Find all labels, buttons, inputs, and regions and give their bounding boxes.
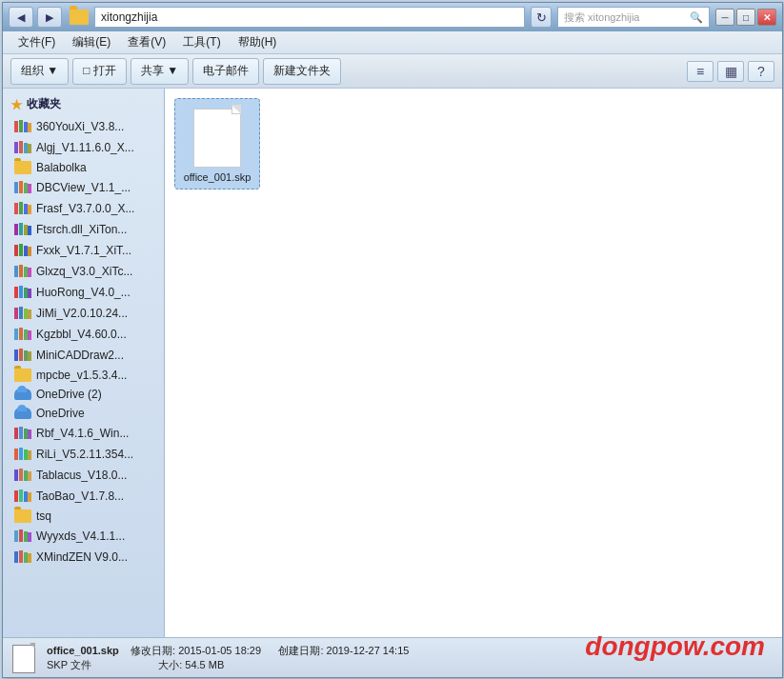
- app-icon: [14, 140, 31, 155]
- menu-tools[interactable]: 工具(T): [175, 32, 228, 52]
- sidebar-item-xmindzen[interactable]: XMindZEN V9.0...: [3, 547, 164, 568]
- sidebar-item-kgzbbl[interactable]: Kgzbbl_V4.60.0...: [3, 324, 164, 345]
- svg-rect-64: [14, 551, 18, 563]
- svg-rect-0: [14, 121, 18, 132]
- sidebar-item-fxxk[interactable]: Fxxk_V1.7.1_XiT...: [3, 240, 164, 261]
- svg-rect-27: [28, 268, 31, 277]
- svg-rect-22: [24, 246, 28, 256]
- svg-rect-51: [28, 450, 31, 460]
- app-icon: [14, 306, 31, 321]
- sidebar-item-huorong[interactable]: HuoRong_V4.0_...: [3, 282, 164, 303]
- app-icon: [14, 489, 31, 504]
- svg-rect-48: [14, 449, 18, 460]
- svg-rect-21: [19, 244, 23, 256]
- sidebar-item-onedrive2[interactable]: OneDrive (2): [3, 385, 164, 404]
- sidebar-item-minicad[interactable]: MiniCADDraw2...: [3, 345, 164, 366]
- svg-rect-2: [24, 122, 28, 132]
- sidebar-item-glxzq[interactable]: Glxzq_V3.0_XiTc...: [3, 261, 164, 282]
- folder-icon: [14, 369, 31, 382]
- app-icon: [14, 348, 31, 363]
- sidebar-item-jimi[interactable]: JiMi_V2.0.10.24...: [3, 303, 164, 324]
- maximize-button[interactable]: □: [736, 9, 755, 26]
- back-button[interactable]: ◀: [9, 7, 33, 28]
- svg-rect-63: [28, 532, 31, 542]
- sidebar-item-label: MiniCADDraw2...: [36, 349, 124, 362]
- app-icon: [14, 180, 31, 195]
- sidebar-item-frasf[interactable]: Frasf_V3.7.0.0_X...: [3, 198, 164, 219]
- sidebar: ★ 收藏夹 360YouXi_V3.8... Algj_V1.11.6.0_X.…: [3, 89, 165, 637]
- sidebar-item-label: Glxzq_V3.0_XiTc...: [36, 265, 132, 278]
- sidebar-item-taobao[interactable]: TaoBao_V1.7.8...: [3, 486, 164, 507]
- svg-rect-5: [19, 141, 23, 153]
- email-button[interactable]: 电子邮件: [192, 58, 259, 85]
- menu-file[interactable]: 文件(F): [10, 32, 63, 52]
- sidebar-item-dbcview[interactable]: DBCView_V1.1_...: [3, 177, 164, 198]
- menu-edit[interactable]: 编辑(E): [65, 32, 118, 52]
- view-toggle-button[interactable]: ≡: [687, 61, 714, 82]
- sidebar-item-rili[interactable]: RiLi_V5.2.11.354...: [3, 444, 164, 465]
- organize-button[interactable]: 组织 ▼: [10, 58, 69, 85]
- svg-rect-50: [24, 449, 28, 460]
- sidebar-item-mpcbe[interactable]: mpcbe_v1.5.3.4...: [3, 366, 164, 385]
- svg-rect-58: [24, 491, 28, 502]
- toolbar: 组织 ▼ □ 打开 共享 ▼ 电子邮件 新建文件夹 ≡ ▦ ?: [3, 54, 782, 89]
- help-button[interactable]: ?: [748, 61, 774, 82]
- sidebar-item-rbf[interactable]: Rbf_V4.1.6_Win...: [3, 423, 164, 444]
- svg-rect-62: [24, 531, 28, 542]
- minimize-button[interactable]: ─: [715, 9, 734, 26]
- sidebar-item-label: RiLi_V5.2.11.354...: [36, 448, 133, 461]
- nav-controls: ◀ ▶: [9, 7, 62, 28]
- sidebar-item-wyyxds[interactable]: Wyyxds_V4.1.1...: [3, 526, 164, 547]
- svg-rect-7: [28, 144, 31, 153]
- open-button[interactable]: □ 打开: [72, 58, 127, 85]
- svg-rect-55: [28, 471, 31, 481]
- sidebar-item-onedrive[interactable]: OneDrive: [3, 404, 164, 423]
- file-item-office001skp[interactable]: office_001.skp: [174, 98, 260, 190]
- window: ◀ ▶ xitongzhijia ↻ 搜索 xitongzhijia 🔍 ─ □…: [2, 2, 783, 678]
- app-icon: [14, 285, 31, 300]
- sidebar-item-label: Algj_V1.11.6.0_X...: [36, 141, 134, 154]
- app-icon: [14, 243, 31, 258]
- menu-help[interactable]: 帮助(H): [231, 32, 285, 52]
- refresh-button[interactable]: ↻: [531, 7, 552, 28]
- status-modified-label: 修改日期:: [131, 645, 175, 656]
- svg-rect-46: [24, 429, 28, 439]
- close-button[interactable]: ✕: [757, 9, 776, 26]
- status-fold: [30, 643, 35, 649]
- search-bar[interactable]: 搜索 xitongzhijia 🔍: [557, 7, 710, 28]
- status-file-icon: [10, 643, 37, 673]
- svg-rect-54: [24, 470, 28, 481]
- sidebar-item-tablacus[interactable]: Tablacus_V18.0...: [3, 465, 164, 486]
- sidebar-item-label: Wyyxds_V4.1.1...: [36, 529, 125, 543]
- address-bar[interactable]: xitongzhijia: [94, 7, 525, 28]
- sidebar-item-360youxi[interactable]: 360YouXi_V3.8...: [3, 116, 164, 137]
- share-button[interactable]: 共享 ▼: [131, 58, 189, 85]
- status-created-label: 创建日期:: [278, 645, 323, 656]
- new-folder-button[interactable]: 新建文件夹: [263, 58, 341, 85]
- svg-rect-19: [28, 226, 31, 235]
- file-area[interactable]: office_001.skp: [165, 89, 782, 637]
- window-controls: ─ □ ✕: [715, 9, 776, 26]
- app-icon: [14, 119, 31, 134]
- app-icon: [14, 201, 31, 216]
- file-label: office_001.skp: [184, 171, 251, 183]
- svg-rect-25: [19, 265, 23, 277]
- folder-icon: [70, 10, 89, 25]
- sidebar-item-tsq[interactable]: tsq: [3, 507, 164, 526]
- sidebar-item-ftsrch[interactable]: Ftsrch.dll_XiTon...: [3, 219, 164, 240]
- svg-rect-34: [24, 309, 28, 319]
- svg-rect-11: [28, 184, 31, 193]
- forward-button[interactable]: ▶: [37, 7, 62, 28]
- svg-rect-8: [14, 182, 18, 193]
- svg-rect-10: [24, 183, 28, 193]
- status-size: 54.5 MB: [185, 659, 224, 670]
- svg-rect-42: [24, 350, 28, 361]
- svg-rect-45: [19, 427, 23, 439]
- title-bar: ◀ ▶ xitongzhijia ↻ 搜索 xitongzhijia 🔍 ─ □…: [3, 3, 782, 31]
- svg-rect-28: [14, 287, 18, 298]
- svg-rect-39: [28, 330, 31, 340]
- view-grid-button[interactable]: ▦: [717, 61, 744, 82]
- menu-view[interactable]: 查看(V): [120, 32, 173, 52]
- sidebar-item-balabolka[interactable]: Balabolka: [3, 158, 164, 177]
- sidebar-item-algj[interactable]: Algj_V1.11.6.0_X...: [3, 137, 164, 158]
